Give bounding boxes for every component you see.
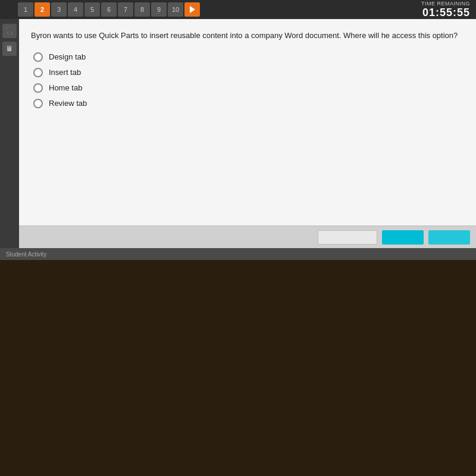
footer-text: Student Activity [6,251,46,258]
tab-2[interactable]: 2 [35,2,50,17]
timer-value: 01:55:55 [422,7,470,19]
top-bar: 1 2 3 4 5 6 7 8 9 10 TIME REMAINING 01:5… [0,0,476,19]
option-home-tab-label: Home tab [49,83,82,92]
quiz-bottom-bar [19,226,476,248]
tab-6[interactable]: 6 [101,2,117,17]
tab-9[interactable]: 9 [151,2,167,17]
tab-8[interactable]: 8 [134,2,150,17]
quiz-panel: Byron wants to use Quick Parts to insert… [19,19,476,248]
headphones-icon[interactable]: 🎧 [2,24,17,38]
question-tabs: 1 2 3 4 5 6 7 8 9 10 [0,2,200,17]
option-review-tab[interactable]: Review tab [33,99,464,108]
option-design-tab[interactable]: Design tab [33,52,464,62]
tab-3[interactable]: 3 [51,2,67,17]
radio-design-tab[interactable] [33,52,43,62]
play-icon [190,6,195,13]
tab-4[interactable]: 4 [68,2,83,17]
timer-label: TIME REMAINING [421,1,470,7]
tab-7[interactable]: 7 [118,2,133,17]
footer-bar: Student Activity [0,248,476,260]
question-area: Byron wants to use Quick Parts to insert… [19,19,476,226]
option-insert-tab-label: Insert tab [49,68,81,77]
radio-review-tab[interactable] [33,99,43,108]
question-text: Byron wants to use Quick Parts to insert… [31,30,464,42]
option-insert-tab[interactable]: Insert tab [33,68,464,77]
options-list: Design tab Insert tab Home tab Review ta… [33,52,464,108]
radio-home-tab[interactable] [33,83,43,93]
play-button[interactable] [184,2,200,17]
tab-5[interactable]: 5 [84,2,100,17]
background [0,250,476,476]
option-review-tab-label: Review tab [49,99,87,108]
radio-insert-tab[interactable] [33,68,43,77]
calculator-icon[interactable]: 🖩 [2,42,17,56]
left-sidebar: 🎧 🖩 [0,19,19,251]
next-button[interactable] [428,230,470,245]
timer-section: TIME REMAINING 01:55:55 [421,1,476,19]
tab-10[interactable]: 10 [168,2,183,17]
option-home-tab[interactable]: Home tab [33,83,464,93]
option-design-tab-label: Design tab [49,52,86,61]
submit-button[interactable] [382,230,424,245]
answer-input[interactable] [318,230,377,245]
tab-1[interactable]: 1 [18,2,33,17]
